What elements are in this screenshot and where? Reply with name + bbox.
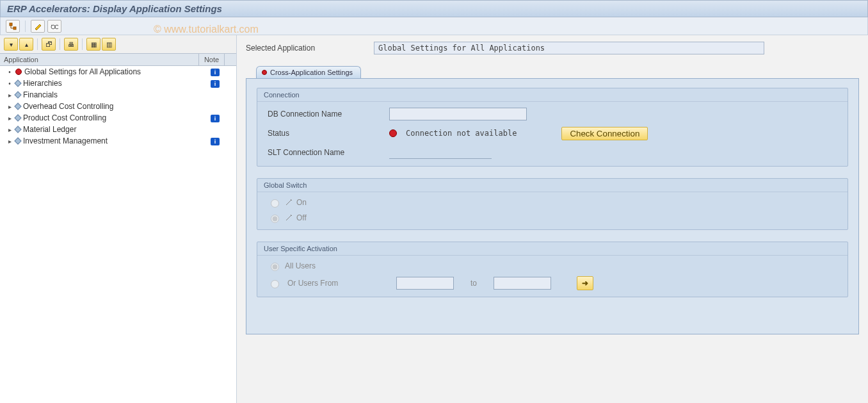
page-title: ERP Accelerators: Display Application Se… — [0, 0, 868, 17]
global-switch-group: Global Switch On Off — [257, 178, 848, 230]
connection-group: Connection DB Connection Name Status Con… — [257, 88, 848, 167]
selected-application-label: Selected Application — [246, 44, 374, 53]
node-icon — [14, 79, 21, 86]
node-icon — [14, 103, 21, 110]
slt-connection-name-label: SLT Connection Name — [268, 148, 383, 157]
tab-label: Cross-Application Settings — [270, 69, 353, 76]
settings-button[interactable] — [47, 20, 61, 33]
chevron-down-icon: ▾ — [10, 41, 13, 48]
tree-body: •Global Settings for All Applicationsi•H… — [0, 66, 236, 403]
expander-icon[interactable]: • — [6, 80, 13, 87]
expander-icon[interactable]: • — [6, 69, 13, 76]
tree-item-label: Investment Management — [23, 136, 108, 145]
svg-rect-0 — [10, 23, 12, 26]
collapse-all-button[interactable]: ▾ — [4, 38, 18, 51]
svg-rect-1 — [13, 27, 16, 29]
global-switch-on-radio — [271, 199, 279, 208]
multiple-selection-button[interactable]: ➜ — [577, 276, 593, 290]
global-switch-on-label: On — [296, 198, 307, 207]
wand-icon — [285, 199, 293, 206]
tab-panel: Connection DB Connection Name Status Con… — [246, 78, 859, 334]
arrow-right-icon: ➜ — [582, 279, 588, 288]
glasses-icon — [51, 22, 58, 30]
all-users-radio — [271, 263, 279, 271]
content-pane: Selected Application Cross-Application S… — [237, 35, 868, 403]
check-connection-button[interactable]: Check Connection — [561, 127, 648, 140]
or-users-from-label: Or Users From — [287, 279, 390, 288]
print-icon: 🖶 — [68, 41, 74, 48]
selected-application-field — [374, 42, 764, 54]
status-text: Connection not available — [406, 129, 517, 138]
separator — [25, 21, 26, 32]
info-icon[interactable]: i — [211, 138, 220, 145]
top-toolbar — [0, 17, 868, 35]
node-icon — [14, 126, 21, 133]
db-connection-name-label: DB Connection Name — [268, 110, 383, 119]
info-icon[interactable]: i — [211, 69, 220, 76]
expander-icon[interactable]: ▸ — [6, 138, 13, 145]
tree-row[interactable]: ▸Investment Managementi — [0, 135, 236, 147]
or-users-from-radio — [271, 280, 279, 288]
tree-toolbar: ▾ ▴ 🗗 🖶 ▦ ▥ — [0, 35, 236, 53]
tree-row[interactable]: ▸Overhead Cost Controlling — [0, 101, 236, 112]
expand-all-button[interactable]: ▴ — [19, 38, 33, 51]
user-activation-group: User Specific Activation All Users Or Us… — [257, 242, 848, 297]
global-switch-title: Global Switch — [257, 179, 848, 192]
hierarchy-icon — [9, 22, 17, 30]
global-switch-off-label: Off — [296, 213, 307, 222]
chevron-up-icon: ▴ — [25, 41, 28, 48]
pencil-icon — [34, 22, 42, 30]
expander-icon[interactable]: ▸ — [6, 103, 13, 110]
tree-item-label: Overhead Cost Controlling — [23, 102, 113, 111]
users-to-label: to — [470, 279, 477, 288]
search-icon: 🗗 — [45, 40, 52, 48]
export-button[interactable]: ▥ — [102, 38, 116, 51]
node-icon — [14, 137, 21, 144]
wand-icon — [285, 214, 293, 222]
navigation-pane: ▾ ▴ 🗗 🖶 ▦ ▥ Application Note •Global Set… — [0, 35, 237, 403]
node-icon — [14, 114, 21, 121]
print-button[interactable]: 🖶 — [64, 38, 78, 51]
status-label: Status — [268, 129, 383, 138]
tree-toggle-button[interactable] — [6, 20, 20, 33]
export-icon: ▥ — [106, 41, 112, 48]
user-activation-title: User Specific Activation — [257, 242, 848, 256]
status-dot-icon — [262, 70, 267, 75]
info-icon[interactable]: i — [211, 80, 220, 88]
separator — [60, 38, 60, 50]
node-icon — [14, 91, 21, 98]
tree-row[interactable]: ▸Financials — [0, 89, 236, 101]
grid-icon: ▦ — [91, 41, 97, 48]
tree-row[interactable]: •Global Settings for All Applicationsi — [0, 66, 236, 78]
tree-item-label: Material Ledger — [23, 125, 76, 134]
global-switch-off-radio — [271, 215, 279, 223]
tab-cross-application-settings[interactable]: Cross-Application Settings — [256, 66, 361, 78]
separator — [37, 38, 38, 50]
tree-row[interactable]: ▸Product Cost Controllingi — [0, 112, 236, 124]
tree-header: Application Note — [0, 53, 236, 66]
connection-group-title: Connection — [257, 88, 848, 102]
tree-header-note[interactable]: Note — [199, 54, 225, 65]
info-icon[interactable]: i — [211, 115, 220, 122]
edit-button[interactable] — [31, 20, 45, 33]
slt-connection-name-field — [389, 146, 492, 159]
db-connection-name-field — [389, 108, 527, 120]
tree-item-label: Global Settings for All Applications — [24, 67, 141, 76]
users-from-field — [396, 277, 454, 290]
tree-header-application[interactable]: Application — [0, 54, 199, 65]
tree-item-label: Product Cost Controlling — [23, 113, 106, 122]
layout-button[interactable]: ▦ — [86, 38, 100, 51]
tree-item-label: Financials — [23, 90, 58, 99]
users-to-field — [494, 277, 551, 290]
separator — [82, 38, 83, 50]
expander-icon[interactable]: ▸ — [6, 115, 13, 122]
all-users-label: All Users — [285, 261, 316, 270]
active-node-icon — [15, 69, 22, 75]
tree-item-label: Hierarchies — [23, 79, 62, 88]
tree-row[interactable]: •Hierarchiesi — [0, 78, 236, 89]
expander-icon[interactable]: ▸ — [6, 92, 13, 99]
status-error-icon — [389, 129, 397, 137]
find-button[interactable]: 🗗 — [42, 38, 56, 51]
expander-icon[interactable]: ▸ — [6, 126, 13, 133]
tree-row[interactable]: ▸Material Ledger — [0, 124, 236, 135]
